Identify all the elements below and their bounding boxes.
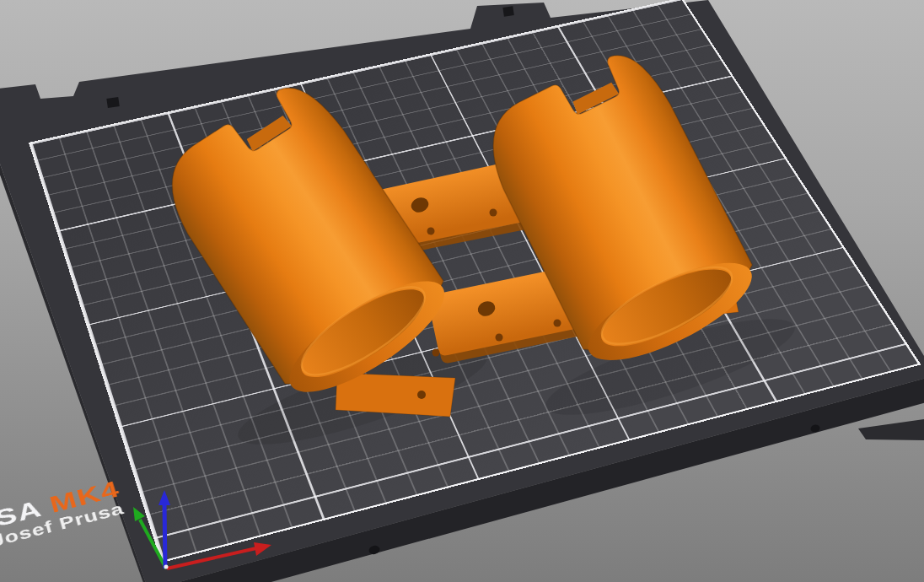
axis-y-icon: [140, 520, 166, 569]
models-overlay: [0, 0, 924, 582]
axes-gizmo: [133, 490, 271, 569]
strap-top-hole-small-1: [427, 228, 435, 235]
strap-bottom-hole-small-2: [496, 334, 503, 342]
strap-bottom-hole-small-1: [432, 349, 440, 357]
strap-bottom-hole-small-3: [554, 320, 561, 327]
axis-z-icon: [164, 504, 165, 569]
axis-x-arrowhead-icon: [254, 542, 271, 556]
axis-x-icon: [167, 548, 256, 569]
origin-dot: [164, 565, 169, 569]
axis-z-arrowhead-icon: [158, 490, 170, 505]
model-left-foot: [336, 373, 455, 417]
model-left-foot-hole: [417, 391, 426, 399]
viewport-3d[interactable]: ORIGINAL PRUSA MK4 by Josef Prusa: [0, 0, 924, 582]
strap-top-hole-small-2: [490, 209, 497, 217]
axis-y-arrowhead-icon: [133, 507, 145, 521]
